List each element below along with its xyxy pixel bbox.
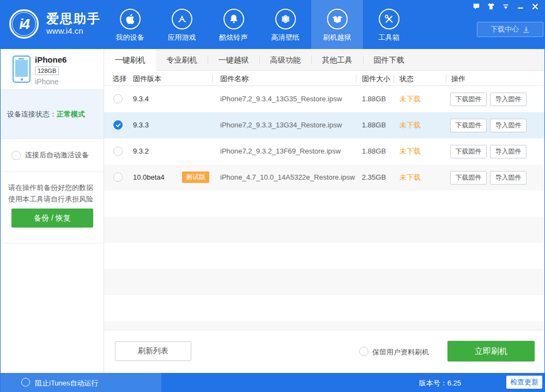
col-select: 选择 [112,74,126,84]
firmware-row-934[interactable]: 9.3.4 iPhone7,2_9.3.4_13G35_Restore.ipsw… [104,86,545,112]
flash-tabs: 一键刷机 专业刷机 一键越狱 高级功能 其他工具 固件下载 [104,49,545,71]
device-model: iPhone [35,77,59,86]
check-icon [116,122,121,128]
device-capacity-badge: 128GB [35,66,59,75]
download-icon [523,26,530,33]
auto-activate-option[interactable]: 连接后自动激活设备 [1,139,104,172]
skin-icon[interactable] [487,3,495,10]
nav-item-my-device[interactable]: 我的设备 [104,0,156,49]
keep-user-data-label: 保留用户资料刷机 [372,347,429,357]
bell-icon [223,9,244,29]
tab-firmware-download[interactable]: 固件下载 [363,49,415,71]
apple-icon [120,9,141,29]
refresh-list-button[interactable]: 刷新列表 [115,341,191,361]
row-radio[interactable] [113,94,123,103]
block-itunes-radio[interactable] [21,378,30,387]
download-center-button[interactable]: 下载中心 [477,22,543,37]
flash-now-button[interactable]: 立即刷机 [447,341,535,362]
backup-warning-panel: 请在操作前备份好您的数据 使用本工具请自行承担风险 备份 / 恢复 [1,172,104,243]
empty-row [104,191,545,217]
device-info-panel: iPhone6 128GB iPhone [1,49,104,90]
tab-pro-flash[interactable]: 专业刷机 [156,49,208,71]
empty-row [104,217,545,243]
keep-user-data-radio[interactable] [359,347,368,356]
check-update-button[interactable]: 检查更新 [506,376,542,389]
message-icon[interactable] [473,3,480,10]
toolbox-icon [379,9,399,29]
firmware-status: 未下载 [399,86,421,112]
firmware-row-932[interactable]: 9.3.2 iPhone7,2_9.3.2_13F69_Restore.ipsw… [104,138,545,164]
auto-activate-label: 连接后自动激活设备 [25,150,89,160]
firmware-version: 10.0beta4 [133,164,165,191]
import-firmware-button[interactable]: 导入固件 [490,145,526,158]
app-url: www.i4.cn [46,26,101,36]
header-bar: i4 爱思助手 www.i4.cn 我的设备 应用游戏 酷炫铃声 [1,0,545,49]
col-version: 固件版本 [133,74,161,84]
connection-status-panel: 设备连接状态：正常模式 [1,90,104,139]
import-firmware-button[interactable]: 导入固件 [490,119,526,132]
nav-item-flash-jailbreak[interactable]: 刷机越狱 [311,0,363,49]
firmware-size: 1.88GB [362,138,386,164]
block-itunes-option[interactable]: 阻止iTunes自动运行 [1,373,161,392]
connection-status-label: 设备连接状态： [7,109,57,119]
row-radio-checked[interactable] [113,120,123,130]
close-icon[interactable] [531,3,539,10]
version-number: 版本号：6.25 [419,378,461,388]
auto-activate-radio[interactable] [11,151,21,160]
download-firmware-button[interactable]: 下载固件 [450,145,487,158]
wallpaper-icon [275,9,296,29]
firmware-size: 1.88GB [362,86,386,112]
nav-item-wallpapers[interactable]: 高清壁纸 [259,0,311,49]
import-firmware-button[interactable]: 导入固件 [490,93,526,106]
block-itunes-label: 阻止iTunes自动运行 [35,378,99,388]
row-radio[interactable] [113,146,123,156]
firmware-table-header: 选择 固件版本 固件名称 固件大小 状态 操作 [104,71,545,86]
firmware-status: 未下载 [399,112,421,138]
firmware-name: iPhone7,2_9.3.3_13G34_Restore.ipsw [220,112,342,138]
download-firmware-button[interactable]: 下载固件 [450,171,487,185]
warning-text-line1: 请在操作前备份好您的数据 [8,183,93,193]
firmware-name: iPhone7,2_9.3.4_13G35_Restore.ipsw [220,86,342,112]
window-controls [473,3,539,10]
appstore-icon [172,9,192,29]
collapse-icon[interactable] [502,3,510,10]
col-name: 固件名称 [220,74,249,84]
empty-row [104,295,545,321]
firmware-status: 未下载 [399,138,421,164]
download-firmware-button[interactable]: 下载固件 [450,93,487,106]
firmware-row-100beta4[interactable]: 10.0beta4 测试版 iPhone_4.7_10.0_14A5322e_R… [104,164,545,191]
app-title: 爱思助手 [46,11,101,26]
col-status: 状态 [399,74,414,84]
sidebar: iPhone6 128GB iPhone 设备连接状态：正常模式 连接后自动激活… [1,49,104,373]
minimize-icon[interactable] [517,3,524,10]
firmware-version: 9.3.3 [133,112,149,138]
status-bar: 阻止iTunes自动运行 版本号：6.25 检查更新 [1,373,545,392]
firmware-table: 9.3.4 iPhone7,2_9.3.4_13G35_Restore.ipsw… [104,86,545,330]
main-nav: 我的设备 应用游戏 酷炫铃声 高清壁纸 刷机越狱 [104,0,415,49]
import-firmware-button[interactable]: 导入固件 [490,171,526,185]
tab-advanced-features[interactable]: 高级功能 [259,49,311,71]
firmware-version: 9.3.4 [133,86,149,112]
tab-other-tools[interactable]: 其他工具 [311,49,363,71]
backup-restore-button[interactable]: 备份 / 恢复 [11,209,93,228]
i4-logo-icon: i4 [9,9,39,39]
firmware-name: iPhone_4.7_10.0_14A5322e_Restore.ipsw [220,164,355,191]
firmware-row-933[interactable]: 9.3.3 iPhone7,2_9.3.3_13G34_Restore.ipsw… [104,112,545,138]
firmware-size: 2.35GB [362,164,386,191]
nav-item-ringtones[interactable]: 酷炫铃声 [208,0,259,49]
firmware-size: 1.88GB [362,112,386,138]
nav-item-toolbox[interactable]: 工具箱 [363,0,415,49]
col-size: 固件大小 [362,74,390,84]
empty-row [104,269,545,295]
col-action: 操作 [451,74,465,84]
empty-row [104,321,545,330]
nav-item-apps-games[interactable]: 应用游戏 [156,0,208,49]
download-firmware-button[interactable]: 下载固件 [450,119,487,132]
firmware-status: 未下载 [399,164,421,191]
action-footer: 刷新列表 保留用户资料刷机 立即刷机 [104,330,545,373]
firmware-name: iPhone7,2_9.3.2_13F69_Restore.ipsw [220,138,341,164]
empty-row [104,243,545,269]
tab-one-click-jailbreak[interactable]: 一键越狱 [208,49,259,71]
tab-one-click-flash[interactable]: 一键刷机 [104,49,156,71]
row-radio[interactable] [113,173,123,182]
